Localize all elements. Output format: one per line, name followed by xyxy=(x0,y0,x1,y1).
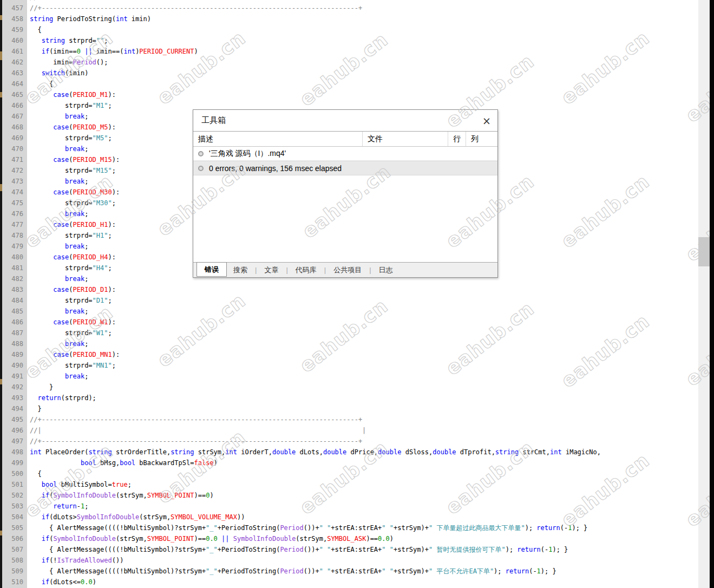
token: ; xyxy=(108,297,112,304)
code-text: bool bMultiSymbol=true; xyxy=(27,479,710,490)
code-line: 491 break; xyxy=(2,371,710,382)
token: PERIOD_H1 xyxy=(73,221,108,228)
token: ; xyxy=(84,210,88,218)
code-line: 465 case(PERIOD_M1): xyxy=(2,89,710,100)
token: Period xyxy=(280,567,303,575)
vertical-scrollbar[interactable] xyxy=(698,0,710,588)
code-line: 509 { AlertMessage((((!bMultiSymbol)?str… xyxy=(2,566,710,577)
status-dot-icon xyxy=(198,151,204,156)
token: "H1" xyxy=(93,232,108,239)
code-text: if(SymbolInfoDouble(strSym,SYMBOL_POINT)… xyxy=(27,490,710,501)
code-text: } xyxy=(27,403,710,414)
token: ----------------------------------------… xyxy=(42,437,358,445)
code-line: 489 case(PERIOD_MN1): xyxy=(2,349,710,360)
token: ----------------------------------------… xyxy=(42,4,358,12)
line-number: 504 xyxy=(2,512,27,522)
token: ())+ xyxy=(304,567,319,575)
tab-codebase[interactable]: 代码库 xyxy=(289,263,323,277)
code-text: { xyxy=(27,468,710,479)
token: if xyxy=(42,48,49,55)
token: (- xyxy=(541,546,548,553)
token: { AlertMessage((((!bMultiSymbol)?strSym+ xyxy=(30,546,206,553)
line-number: 483 xyxy=(2,284,27,295)
line-number: 497 xyxy=(2,436,27,447)
code-line: 483 case(PERIOD_D1): xyxy=(2,284,710,295)
token: ()) xyxy=(112,557,124,564)
code-text: } xyxy=(27,382,710,393)
token: " 下单量超过此商品最大下单量" xyxy=(429,524,525,532)
token: SymbolInfoDouble xyxy=(53,535,116,543)
token: ; xyxy=(84,502,88,510)
code-text: strprd="D1"; xyxy=(27,295,710,306)
tab-errors[interactable]: 错误 xyxy=(196,262,227,277)
token: ; xyxy=(84,145,88,153)
token: break xyxy=(65,210,84,218)
token: strprd= xyxy=(30,297,93,304)
token: "W1" xyxy=(93,329,108,337)
token: ; xyxy=(108,232,112,239)
line-number: 470 xyxy=(2,143,27,154)
table-rows: '三角戏 源码（I）.mq4'0 errors, 0 warnings, 156… xyxy=(193,147,497,175)
token: case xyxy=(53,253,69,261)
code-line: 461 if(imin==0 || imin==(int)PERIOD_CURR… xyxy=(2,46,710,57)
table-column-header[interactable]: 文件 xyxy=(362,132,448,146)
token: ); xyxy=(525,524,537,532)
token: "D1" xyxy=(93,297,108,304)
line-number: 477 xyxy=(2,219,27,230)
toolbox-panel: 工具箱 × 描述文件行列 '三角戏 源码（I）.mq4'0 errors, 0 … xyxy=(193,109,498,278)
token: break xyxy=(65,275,84,283)
table-column-header[interactable]: 行 xyxy=(448,132,466,146)
line-number: 496 xyxy=(2,425,27,436)
token: ): xyxy=(112,188,120,196)
token: ())+ xyxy=(304,524,319,532)
token: )== xyxy=(194,535,206,543)
table-column-header[interactable]: 列 xyxy=(466,132,497,146)
token xyxy=(30,578,42,586)
token: ( xyxy=(69,188,73,196)
token: break xyxy=(65,373,84,380)
table-column-header[interactable]: 描述 xyxy=(193,132,362,146)
token: "_" xyxy=(206,567,218,575)
token: return xyxy=(37,394,61,402)
token: strprd= xyxy=(30,264,93,272)
token: " " xyxy=(319,567,331,575)
token: ): xyxy=(108,123,116,131)
tab-journal[interactable]: 日志 xyxy=(372,263,399,277)
tab-articles[interactable]: 文章 xyxy=(258,263,285,277)
result-row[interactable]: 0 errors, 0 warnings, 156 msec elapsed xyxy=(193,161,497,175)
token: ): xyxy=(108,286,116,293)
line-number: 499 xyxy=(2,458,27,468)
token: ())+ xyxy=(304,546,319,553)
token: ; xyxy=(108,134,112,142)
code-line: 493 return(strprd); xyxy=(2,393,710,403)
token: { xyxy=(30,80,53,88)
code-text: string PeriodToString(int imin) xyxy=(27,14,710,24)
line-number: 469 xyxy=(2,133,27,143)
token: ); xyxy=(506,546,518,553)
token: PERIOD_D1 xyxy=(73,286,108,293)
token: "M1" xyxy=(93,102,108,109)
code-editor[interactable]: //+-------------------------------------… xyxy=(2,0,710,588)
token xyxy=(30,178,65,185)
token: Period xyxy=(280,546,303,553)
token: } xyxy=(30,383,53,391)
tab-search[interactable]: 搜索 xyxy=(227,263,254,277)
result-row[interactable]: '三角戏 源码（I）.mq4' xyxy=(193,147,497,161)
code-text: strprd="W1"; xyxy=(27,328,710,338)
token: return xyxy=(517,546,540,553)
toolbox-title-bar: 工具箱 × xyxy=(193,110,497,131)
scrollbar-thumb[interactable] xyxy=(698,237,710,266)
tab-public-projects[interactable]: 公共项目 xyxy=(327,263,368,277)
line-number: 463 xyxy=(2,68,27,79)
token: ) xyxy=(194,48,198,55)
line-number: 484 xyxy=(2,295,27,306)
tab-separator: | xyxy=(368,266,372,274)
token: ; xyxy=(84,340,88,348)
token: if xyxy=(42,578,49,586)
token: string xyxy=(42,37,65,44)
token: (strSym, xyxy=(116,535,147,543)
close-button[interactable]: × xyxy=(479,115,491,127)
token: "_" xyxy=(206,546,218,553)
token: 0.0 xyxy=(81,578,93,586)
code-text: if(SymbolInfoDouble(strSym,SYMBOL_POINT)… xyxy=(27,533,710,544)
